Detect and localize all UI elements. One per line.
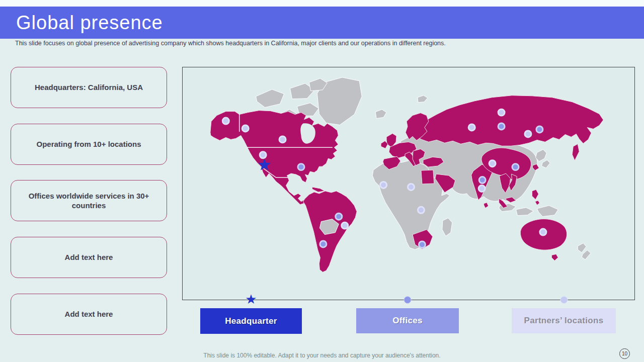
- landmass-egypt: [421, 170, 434, 184]
- landmass-cuba: [312, 187, 325, 192]
- landmass-philippines: [535, 201, 539, 205]
- office-location-marker: [479, 177, 486, 184]
- top-strip: [0, 0, 644, 7]
- landmass-sakhalin: [572, 144, 579, 160]
- info-box-label: Add text here: [65, 252, 113, 262]
- header-band: Global presence: [0, 7, 644, 39]
- office-location-marker: [512, 164, 519, 170]
- landmass-iceland: [375, 110, 386, 119]
- office-location-marker: [536, 126, 543, 133]
- landmass-russia: [418, 96, 603, 146]
- partner-location-marker: [468, 124, 475, 131]
- landmass-philippines: [532, 190, 538, 200]
- landmass-new-guinea: [537, 206, 558, 217]
- info-box-locations[interactable]: Operating from 10+ locations: [11, 124, 167, 165]
- landmass-svalbard: [418, 96, 428, 103]
- landmass-tasmania: [551, 254, 558, 260]
- page-title: Global presence: [0, 12, 163, 34]
- partner-location-marker: [478, 185, 485, 192]
- info-box-headquarters[interactable]: Headquarters: California, USA: [11, 67, 167, 108]
- office-location-marker: [320, 241, 327, 247]
- legend-offices: Offices: [356, 308, 459, 333]
- info-box-label: Add text here: [65, 309, 113, 319]
- partner-location-marker: [418, 207, 424, 213]
- landmass-new-zealand: [582, 250, 591, 259]
- partner-location-marker: [260, 152, 266, 158]
- office-location-marker: [298, 164, 304, 170]
- office-location-marker: [419, 241, 425, 248]
- partner-dot-icon: [560, 296, 568, 304]
- legend-offices-label: Offices: [392, 316, 423, 326]
- landmass-new-zealand: [578, 243, 586, 252]
- info-box-label: Offices worldwide services in 30+ countr…: [24, 191, 153, 211]
- page-number: 10: [622, 351, 627, 356]
- info-box-offices[interactable]: Offices worldwide services in 30+ countr…: [11, 180, 167, 221]
- world-map: [182, 67, 635, 300]
- partner-location-marker: [380, 182, 387, 189]
- landmass-madagascar: [442, 218, 452, 236]
- office-location-marker: [498, 123, 505, 130]
- legend-headquarter: ★ Headquarter: [200, 308, 302, 334]
- legend-headquarter-label: Headquarter: [225, 316, 277, 326]
- landmass-japan: [541, 160, 550, 168]
- landmass-indonesia: [516, 208, 534, 216]
- partner-location-marker: [498, 109, 505, 116]
- office-location-marker: [336, 213, 342, 220]
- partner-location-marker: [525, 131, 531, 137]
- legend-partners: Partners’ locations: [512, 308, 616, 333]
- partner-location-marker: [279, 136, 286, 143]
- slide: Global presence This slide focuses on gl…: [0, 0, 644, 362]
- partner-location-marker: [540, 229, 546, 235]
- page-number-badge: 10: [619, 348, 630, 359]
- landmass-japan: [535, 149, 546, 161]
- partner-location-marker: [342, 222, 348, 229]
- partner-location-marker: [242, 125, 249, 132]
- slide-footer: This slide is 100% editable. Adapt it to…: [0, 352, 644, 359]
- partner-location-marker: [408, 184, 415, 190]
- star-icon: ★: [245, 293, 257, 306]
- landmass-arctic-island: [256, 89, 284, 108]
- slide-subtitle: This slide focuses on global presence of…: [15, 40, 569, 47]
- info-box-placeholder-1[interactable]: Add text here: [11, 237, 167, 278]
- map-landmasses: [210, 77, 603, 272]
- info-box-placeholder-2[interactable]: Add text here: [11, 294, 167, 335]
- partner-location-marker: [222, 118, 229, 124]
- info-box-label: Headquarters: California, USA: [35, 82, 143, 93]
- landmass-sri-lanka: [484, 203, 489, 208]
- world-map-svg: [183, 67, 634, 300]
- legend-partners-label: Partners’ locations: [524, 316, 604, 326]
- partner-location-marker: [489, 160, 496, 167]
- info-box-label: Operating from 10+ locations: [37, 139, 141, 149]
- office-dot-icon: [404, 296, 412, 304]
